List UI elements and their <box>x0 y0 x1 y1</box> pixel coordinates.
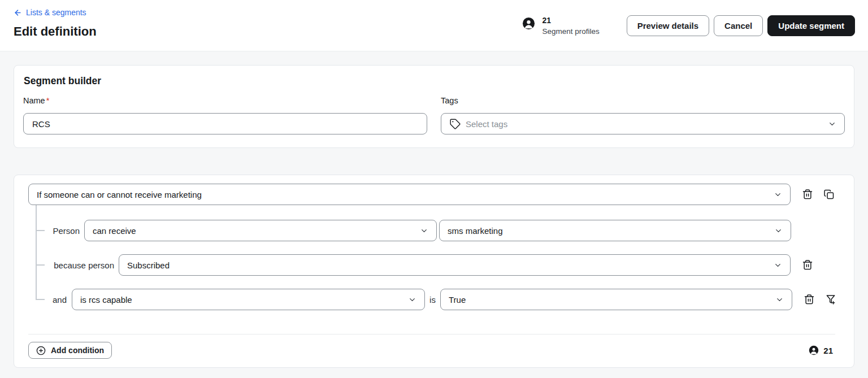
chevron-down-icon <box>408 296 416 304</box>
segment-builder-card: Segment builder Name* Tags Select tags <box>14 65 854 148</box>
segment-builder-title: Segment builder <box>24 75 845 87</box>
chevron-down-icon <box>828 120 836 128</box>
name-input[interactable] <box>23 113 427 134</box>
card-divider <box>28 334 835 334</box>
property-value-select[interactable]: True <box>440 289 792 310</box>
tags-placeholder: Select tags <box>466 119 821 129</box>
consent-operator-select[interactable]: can receive <box>84 220 437 241</box>
tags-label: Tags <box>441 96 845 107</box>
required-marker: * <box>46 96 50 105</box>
name-label: Name* <box>23 96 427 107</box>
back-link-label: Lists & segments <box>26 8 86 17</box>
condition-type-select[interactable]: If someone can or cannot receive marketi… <box>28 184 791 205</box>
delete-condition-button[interactable] <box>800 187 815 202</box>
filter-plus-icon <box>825 294 836 305</box>
profiles-count: 21 <box>823 346 833 355</box>
tag-icon <box>449 118 461 129</box>
trash-icon <box>802 259 813 271</box>
condition-card: If someone can or cannot receive marketi… <box>14 175 854 368</box>
profiles-count: 21 <box>542 15 599 26</box>
add-filter-button[interactable] <box>823 292 838 307</box>
profile-avatar-icon <box>809 345 819 355</box>
trash-icon <box>804 294 815 305</box>
back-link[interactable]: Lists & segments <box>14 8 86 17</box>
arrow-left-icon <box>14 8 22 17</box>
copy-icon <box>823 189 835 200</box>
row3-label: and <box>28 295 72 305</box>
tags-select[interactable]: Select tags <box>441 113 845 134</box>
profiles-label: Segment profiles <box>542 26 599 37</box>
update-segment-button[interactable]: Update segment <box>767 15 855 36</box>
plus-circle-icon <box>36 346 46 355</box>
condition-type-value: If someone can or cannot receive marketi… <box>37 190 767 199</box>
condition-profiles-count: 21 <box>809 345 835 355</box>
chevron-down-icon <box>774 227 783 235</box>
consent-status-select[interactable]: Subscribed <box>119 254 791 276</box>
add-condition-button[interactable]: Add condition <box>28 342 112 359</box>
chevron-down-icon <box>420 227 428 235</box>
row3-connector-label: is <box>425 295 440 305</box>
segment-profiles-summary: 21 Segment profiles <box>522 15 599 37</box>
cancel-button[interactable]: Cancel <box>714 15 763 36</box>
property-select[interactable]: is rcs capable <box>72 289 425 310</box>
chevron-down-icon <box>775 296 784 304</box>
trash-icon <box>802 189 813 200</box>
delete-row-button[interactable] <box>800 258 815 272</box>
add-condition-label: Add condition <box>51 346 104 355</box>
chevron-down-icon <box>774 190 782 199</box>
chevron-down-icon <box>774 261 782 270</box>
tree-connector-tick <box>36 264 45 266</box>
delete-row-button[interactable] <box>802 292 817 307</box>
condition-row-person: Person can receive sms marketing <box>28 220 835 241</box>
page-header: Lists & segments Edit definition 21 Segm… <box>0 0 868 51</box>
page-content: Segment builder Name* Tags Select tags <box>0 51 868 378</box>
preview-details-button[interactable]: Preview details <box>627 15 709 36</box>
tree-connector-tick <box>36 299 45 300</box>
tree-connector-vertical <box>36 205 37 299</box>
tree-connector-tick <box>36 230 45 231</box>
marketing-channel-select[interactable]: sms marketing <box>439 220 791 241</box>
condition-row-consent-reason: because person Subscribed <box>28 254 835 276</box>
duplicate-condition-button[interactable] <box>822 187 836 202</box>
profile-avatar-icon <box>522 17 535 30</box>
condition-row-property: and is rcs capable is True <box>28 289 835 310</box>
